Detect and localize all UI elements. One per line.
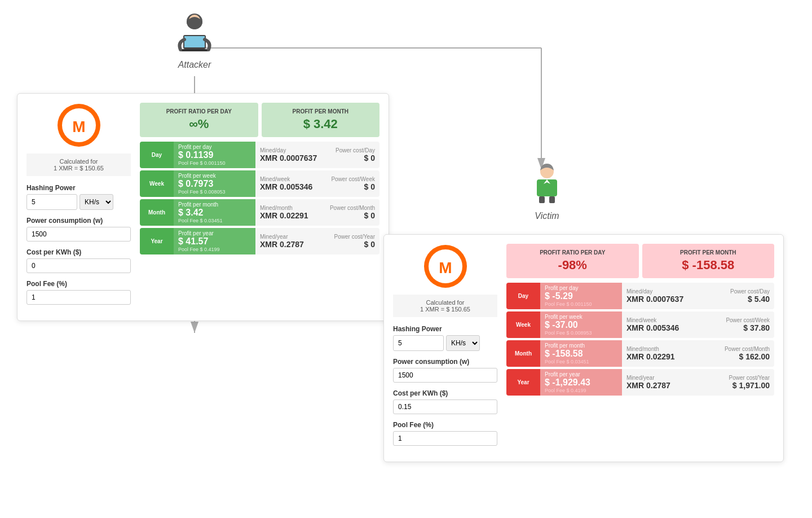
victim-hashing-power-unit[interactable]: KH/s [446, 335, 480, 351]
row-profit-title: Profit per month [178, 201, 251, 208]
table-row: Week Profit per week $ -37.00 Pool Fee $… [506, 311, 774, 338]
row-profit-cell: Profit per year $ -1,929.43 Pool Fee $ 0… [540, 369, 622, 396]
row-power-value: $ 0 [364, 211, 375, 220]
victim-power-consumption-input[interactable] [393, 368, 497, 383]
table-row: Year Profit per year $ 41.57 Pool Fee $ … [140, 228, 379, 254]
row-pool-fee: Pool Fee $ 0.001150 [545, 301, 617, 307]
attacker-right-panel: PROFIT RATIO PER DAY ∞% PROFIT PER MONTH… [140, 103, 379, 311]
row-power-cell: Power cost/Day $ 0 [323, 142, 379, 168]
row-period: Month [140, 199, 174, 226]
attacker-pool-fee-group: Pool Fee (%) [27, 280, 131, 305]
row-mined-value: XMR 0.0007637 [626, 295, 713, 304]
row-mined-label: Mined/day [260, 147, 319, 153]
row-pool-fee: Pool Fee $ 0.001150 [178, 160, 251, 166]
row-pool-fee: Pool Fee $ 0.4199 [178, 247, 251, 252]
row-profit-title: Profit per day [545, 285, 617, 291]
row-power-cell: Power cost/Year $ 1,971.00 [718, 369, 774, 396]
row-pool-fee: Pool Fee $ 0.03451 [545, 359, 617, 365]
attacker-profit-ratio-value: ∞% [148, 117, 250, 131]
victim-calculator-card: M Calculated for 1 XMR = $ 150.65 Hashin… [383, 234, 784, 462]
row-profit-title: Profit per year [178, 230, 251, 236]
row-mined-cell: Mined/year XMR 0.2787 [255, 228, 323, 254]
row-mined-value: XMR 0.02291 [626, 352, 713, 361]
row-profit-title: Profit per week [178, 173, 251, 179]
table-row: Day Profit per day $ -5.29 Pool Fee $ 0.… [506, 283, 774, 309]
row-power-cell: Power cost/Month $ 162.00 [718, 340, 774, 367]
row-mined-label: Mined/week [260, 176, 319, 182]
row-power-cell: Power cost/Month $ 0 [323, 199, 379, 226]
row-mined-value: XMR 0.02291 [260, 211, 319, 220]
row-power-value: $ 0 [364, 153, 375, 163]
table-row: Day Profit per day $ 0.1139 Pool Fee $ 0… [140, 142, 379, 168]
row-period: Week [140, 170, 174, 197]
attacker-cost-per-kwh-input[interactable] [27, 258, 131, 273]
row-power-value: $ 5.40 [748, 295, 770, 304]
attacker-figure: Attacker [172, 11, 217, 70]
row-profit-cell: Profit per month $ 3.42 Pool Fee $ 0.034… [174, 199, 255, 226]
row-pool-fee: Pool Fee $ 0.03451 [178, 218, 251, 223]
row-period: Week [506, 311, 540, 338]
row-power-cell: Power cost/Day $ 5.40 [718, 283, 774, 309]
victim-pool-fee-input[interactable] [393, 431, 497, 446]
row-power-value: $ 162.00 [739, 352, 770, 361]
row-profit-title: Profit per year [545, 371, 617, 377]
row-period: Day [140, 142, 174, 168]
attacker-hashing-power-group: Hashing Power KH/s [27, 184, 131, 210]
row-mined-value: XMR 0.2787 [260, 240, 319, 249]
victim-power-consumption-group: Power consumption (w) [393, 358, 497, 383]
attacker-profit-ratio-title: PROFIT RATIO PER DAY [148, 108, 250, 115]
row-profit-cell: Profit per day $ 0.1139 Pool Fee $ 0.001… [174, 142, 255, 168]
row-power-cell: Power cost/Year $ 0 [323, 228, 379, 254]
table-row: Month Profit per month $ -158.58 Pool Fe… [506, 340, 774, 367]
row-mined-value: XMR 0.0007637 [260, 153, 319, 163]
victim-profit-month-title: PROFIT PER MONTH [650, 249, 767, 256]
monero-logo-attacker: M [56, 103, 102, 148]
victim-icon [524, 163, 570, 208]
row-profit-value: $ 0.7973 [178, 179, 251, 189]
victim-label: Victim [535, 211, 559, 221]
victim-profit-ratio-value: -98% [514, 258, 631, 273]
row-period: Year [140, 228, 174, 254]
svg-rect-8 [180, 49, 209, 51]
attacker-pool-fee-input[interactable] [27, 290, 131, 305]
attacker-cost-per-kwh-group: Cost per KWh ($) [27, 248, 131, 273]
attacker-profit-rows: Day Profit per day $ 0.1139 Pool Fee $ 0… [140, 142, 379, 254]
row-profit-title: Profit per month [545, 343, 617, 349]
row-power-value: $ 37.80 [743, 323, 770, 332]
svg-rect-12 [539, 196, 545, 203]
row-profit-value: $ 41.57 [178, 236, 251, 247]
attacker-calculator-card: M Calculated for 1 XMR = $ 150.65 Hashin… [17, 93, 389, 321]
victim-pool-fee-label: Pool Fee (%) [393, 421, 497, 429]
row-power-value: $ 0 [364, 240, 375, 249]
row-power-cell: Power cost/Week $ 37.80 [718, 311, 774, 338]
row-power-label: Power cost/Week [726, 317, 770, 323]
victim-hashing-power-input[interactable] [393, 335, 444, 351]
attacker-hashing-power-input[interactable] [27, 194, 77, 210]
row-pool-fee: Pool Fee $ 0.4199 [545, 388, 617, 393]
attacker-profit-ratio-box: PROFIT RATIO PER DAY ∞% [140, 103, 258, 137]
row-power-cell: Power cost/Week $ 0 [323, 170, 379, 197]
row-period: Day [506, 283, 540, 309]
row-mined-label: Mined/month [260, 205, 319, 211]
row-profit-cell: Profit per month $ -158.58 Pool Fee $ 0.… [540, 340, 622, 367]
attacker-pool-fee-label: Pool Fee (%) [27, 280, 131, 288]
monero-logo-victim: M [423, 244, 468, 289]
attacker-icon [172, 11, 217, 56]
row-power-label: Power cost/Day [336, 147, 375, 153]
table-row: Week Profit per week $ 0.7973 Pool Fee $… [140, 170, 379, 197]
row-profit-value: $ 3.42 [178, 208, 251, 218]
attacker-power-consumption-label: Power consumption (w) [27, 217, 131, 225]
victim-profit-header: PROFIT RATIO PER DAY -98% PROFIT PER MON… [506, 244, 774, 278]
victim-profit-ratio-box: PROFIT RATIO PER DAY -98% [506, 244, 639, 278]
row-profit-title: Profit per day [178, 144, 251, 150]
victim-figure: Victim [524, 163, 570, 221]
row-power-label: Power cost/Year [334, 234, 375, 240]
attacker-power-consumption-input[interactable] [27, 227, 131, 242]
attacker-hashing-power-unit[interactable]: KH/s [80, 194, 113, 210]
row-profit-value: $ -1,929.43 [545, 377, 617, 388]
row-mined-cell: Mined/week XMR 0.005346 [622, 311, 718, 338]
victim-cost-per-kwh-input[interactable] [393, 400, 497, 414]
row-profit-cell: Profit per year $ 41.57 Pool Fee $ 0.419… [174, 228, 255, 254]
victim-cost-per-kwh-label: Cost per KWh ($) [393, 389, 497, 397]
attacker-cost-per-kwh-label: Cost per KWh ($) [27, 248, 131, 256]
